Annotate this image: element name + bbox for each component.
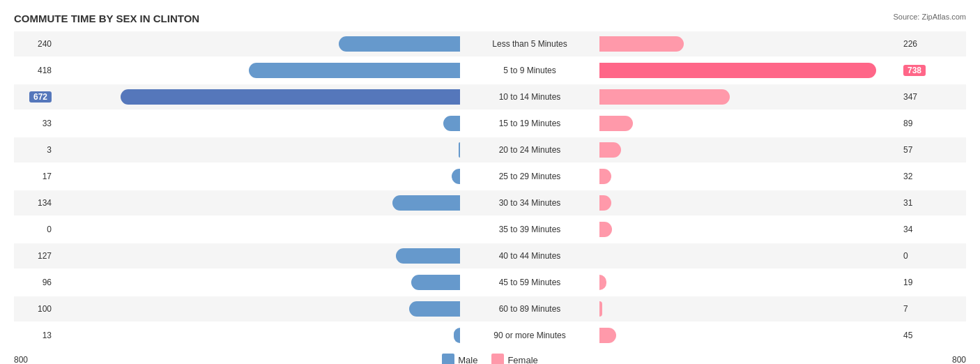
male-value: 33: [14, 119, 56, 128]
female-value: 738: [899, 66, 941, 75]
male-bar-container: [56, 89, 460, 105]
female-value: 45: [899, 331, 941, 340]
male-bar: [392, 195, 460, 211]
female-value: 32: [899, 172, 941, 181]
male-value: 134: [14, 198, 56, 208]
male-bar-container: [56, 248, 460, 264]
row-label: 5 to 9 Minutes: [460, 66, 599, 75]
female-bar-container: [599, 89, 899, 105]
row-label: 30 to 34 Minutes: [460, 198, 599, 208]
row-label: 20 to 24 Minutes: [460, 145, 599, 155]
male-bar-container: [56, 63, 460, 78]
male-value: 240: [14, 39, 56, 49]
female-bar-container: [599, 169, 899, 184]
female-bar-container: [599, 248, 899, 264]
male-value: 0: [14, 225, 56, 234]
female-bar: [599, 142, 621, 158]
male-bar-container: [56, 169, 460, 184]
bar-row: 320 to 24 Minutes57: [14, 137, 966, 162]
female-bar: [599, 275, 606, 290]
male-bar: [411, 275, 460, 290]
female-bar: [599, 301, 602, 317]
female-value: 57: [899, 145, 941, 155]
bar-row: 67210 to 14 Minutes347: [14, 84, 966, 109]
male-bar-container: [56, 36, 460, 52]
bar-row: 1725 to 29 Minutes32: [14, 164, 966, 189]
female-bar: [599, 328, 616, 343]
bar-row: 4185 to 9 Minutes738: [14, 58, 966, 83]
male-bar: [443, 116, 460, 131]
female-bar: [599, 195, 611, 211]
row-label: 45 to 59 Minutes: [460, 278, 599, 287]
female-value: 31: [899, 198, 941, 208]
female-bar-container: [599, 116, 899, 131]
bar-row: 240Less than 5 Minutes226: [14, 31, 966, 56]
chart-container: COMMUTE TIME BY SEX IN CLINTON Source: Z…: [0, 0, 980, 364]
female-bar: [599, 116, 633, 131]
right-axis-label: 800: [924, 355, 966, 364]
male-bar-container: [56, 195, 460, 211]
bar-row: 3315 to 19 Minutes89: [14, 111, 966, 136]
row-label: 60 to 89 Minutes: [460, 304, 599, 314]
female-bar: [599, 169, 611, 184]
male-bar-container: [56, 275, 460, 290]
female-bar: [599, 36, 684, 52]
left-axis-label: 800: [14, 355, 56, 364]
female-value: 34: [899, 225, 941, 234]
female-bar-container: [599, 328, 899, 343]
male-value: 13: [14, 331, 56, 340]
male-value: 96: [14, 278, 56, 287]
legend-male: Male: [442, 354, 477, 364]
female-value: 19: [899, 278, 941, 287]
bars-area: 240Less than 5 Minutes2264185 to 9 Minut…: [14, 31, 966, 348]
female-bar-container: [599, 222, 899, 237]
row-label: 15 to 19 Minutes: [460, 119, 599, 128]
chart-title: COMMUTE TIME BY SEX IN CLINTON: [14, 13, 966, 24]
male-bar: [454, 328, 460, 343]
female-bar-container: [599, 142, 899, 158]
female-value: 89: [899, 119, 941, 128]
row-label: 35 to 39 Minutes: [460, 225, 599, 234]
male-value: 100: [14, 304, 56, 314]
male-bar: [452, 169, 460, 184]
row-label: 90 or more Minutes: [460, 331, 599, 340]
male-value: 418: [14, 66, 56, 75]
male-bar: [339, 36, 460, 52]
bar-row: 9645 to 59 Minutes19: [14, 270, 966, 295]
male-bar: [409, 301, 460, 317]
legend-male-label: Male: [458, 355, 477, 365]
male-bar: [396, 248, 460, 264]
female-swatch: [491, 354, 504, 364]
female-value: 7: [899, 304, 941, 314]
female-bar: [599, 89, 730, 105]
male-bar-container: [56, 301, 460, 317]
legend-center: Male Female: [56, 354, 924, 364]
female-bar: [599, 222, 612, 237]
female-bar-container: [599, 275, 899, 290]
male-value: 17: [14, 172, 56, 181]
male-bar-container: [56, 222, 460, 237]
female-value: 226: [899, 39, 941, 49]
female-bar: [599, 63, 876, 78]
male-bar-container: [56, 328, 460, 343]
legend-area: 800 Male Female 800: [14, 354, 966, 364]
female-bar-container: [599, 301, 899, 317]
row-label: 25 to 29 Minutes: [460, 172, 599, 181]
row-label: 40 to 44 Minutes: [460, 251, 599, 261]
male-value: 3: [14, 145, 56, 155]
male-swatch: [442, 354, 454, 364]
bar-row: 13430 to 34 Minutes31: [14, 190, 966, 215]
bar-row: 1390 or more Minutes45: [14, 323, 966, 348]
male-value: 672: [14, 92, 56, 102]
male-bar-container: [56, 116, 460, 131]
male-value: 127: [14, 251, 56, 261]
bar-row: 035 to 39 Minutes34: [14, 217, 966, 242]
female-value: 0: [899, 251, 941, 261]
bar-row: 12740 to 44 Minutes0: [14, 243, 966, 268]
female-bar-container: [599, 63, 899, 78]
source-text: Source: ZipAtlas.com: [893, 13, 966, 21]
row-label: 10 to 14 Minutes: [460, 92, 599, 102]
row-label: Less than 5 Minutes: [460, 39, 599, 49]
female-bar-container: [599, 195, 899, 211]
male-bar: [121, 89, 460, 105]
